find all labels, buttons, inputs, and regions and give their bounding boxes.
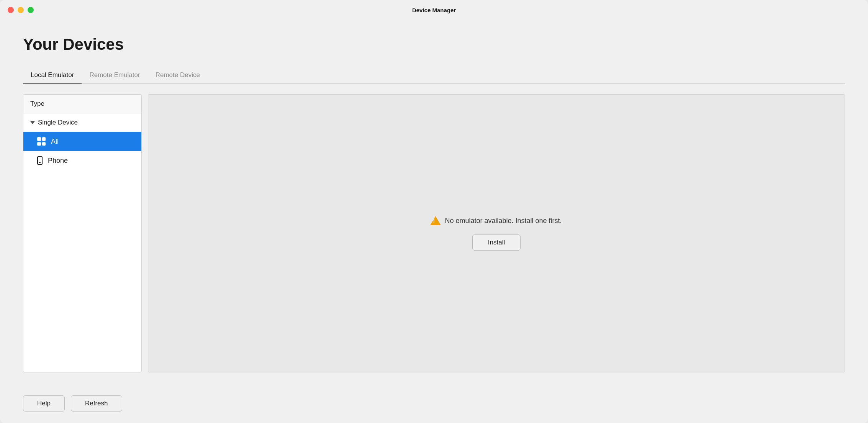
window-controls — [8, 7, 34, 13]
app-window: Device Manager Your Devices Local Emulat… — [0, 0, 868, 423]
warning-icon: ! — [431, 216, 440, 225]
window-title: Device Manager — [412, 7, 456, 13]
detail-pane: ! No emulator available. Install one fir… — [148, 94, 845, 372]
title-bar: Device Manager — [0, 0, 868, 20]
empty-message-text: No emulator available. Install one first… — [445, 217, 562, 225]
sidebar-group-single-device[interactable]: Single Device — [23, 113, 141, 132]
sidebar-header: Type — [23, 95, 141, 113]
close-button[interactable] — [8, 7, 14, 13]
warning-exclamation-mark: ! — [433, 218, 434, 223]
page-title: Your Devices — [23, 35, 845, 54]
sidebar-item-phone-label: Phone — [48, 157, 68, 165]
sidebar-group-label-text: Single Device — [38, 119, 78, 126]
sidebar-item-all-label: All — [51, 138, 59, 146]
refresh-button[interactable]: Refresh — [71, 395, 122, 412]
content-area: Your Devices Local Emulator Remote Emula… — [0, 20, 868, 388]
phone-icon — [37, 156, 43, 165]
sidebar: Type Single Device All Phone — [23, 94, 142, 372]
maximize-button[interactable] — [28, 7, 34, 13]
warning-triangle — [430, 216, 441, 225]
tab-remote-device[interactable]: Remote Device — [148, 67, 208, 84]
install-button[interactable]: Install — [472, 234, 521, 251]
footer: Help Refresh — [0, 388, 868, 423]
tab-remote-emulator[interactable]: Remote Emulator — [82, 67, 147, 84]
main-area: Type Single Device All Phone — [23, 94, 845, 372]
chevron-down-icon — [30, 121, 35, 124]
tab-bar: Local Emulator Remote Emulator Remote De… — [23, 67, 845, 84]
tab-local-emulator[interactable]: Local Emulator — [23, 67, 82, 84]
sidebar-item-all[interactable]: All — [23, 132, 141, 151]
sidebar-item-phone[interactable]: Phone — [23, 151, 141, 170]
all-devices-icon — [37, 137, 46, 146]
minimize-button[interactable] — [18, 7, 24, 13]
help-button[interactable]: Help — [23, 395, 65, 412]
empty-message: ! No emulator available. Install one fir… — [431, 216, 562, 225]
